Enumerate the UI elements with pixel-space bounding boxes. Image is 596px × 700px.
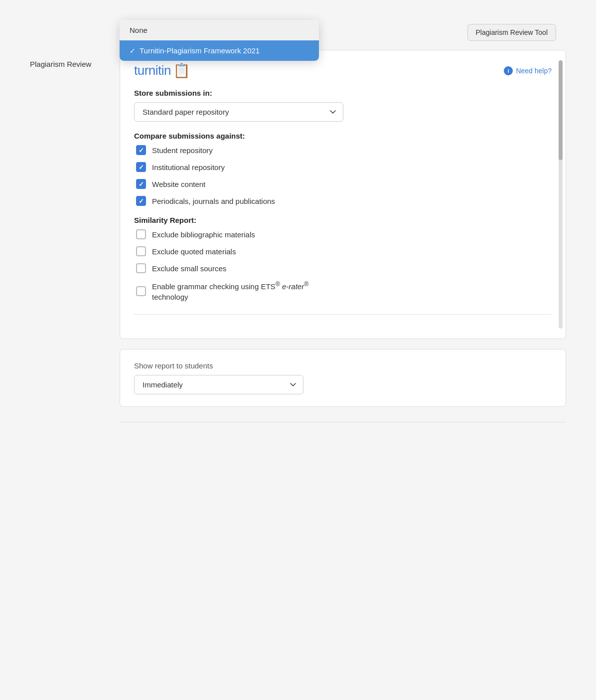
selected-checkmark: ✓ [130,47,136,55]
similarity-label-quoted: Exclude quoted materials [152,247,236,256]
show-report-label: Show report to students [134,361,552,370]
store-submissions-select[interactable]: Standard paper repository [134,102,343,122]
compare-checkbox-group: Student repository Institutional reposit… [134,145,552,206]
show-report-select[interactable]: Immediately After due date After grading… [134,375,303,394]
turnitin-logo-icon: 📋 [173,62,190,79]
bottom-divider [120,422,566,422]
erater-italic: e-rater [282,282,304,291]
compare-item-institutional: Institutional repository [136,162,552,172]
compare-label: Compare submissions against: [134,132,552,140]
compare-label-website: Website content [152,180,205,188]
main-content-area: None ✓ Turnitin-Plagiarism Framework 202… [120,20,566,422]
panel-divider [134,314,552,315]
plagiarism-review-tool-button[interactable]: Plagiarism Review Tool [467,24,556,41]
compare-item-website: Website content [136,179,552,189]
compare-section: Compare submissions against: Student rep… [134,132,552,206]
option-none[interactable]: None [120,20,319,40]
turnitin-option-label: Turnitin-Plagiarism Framework 2021 [140,46,260,55]
turnitin-logo-text: turnitin [134,63,171,78]
similarity-item-grammar: Enable grammar checking using ETS® e-rat… [136,280,552,302]
option-turnitin[interactable]: ✓ Turnitin-Plagiarism Framework 2021 [120,40,319,61]
plagiarism-review-label: Plagiarism Review [30,20,110,68]
turnitin-logo: turnitin 📋 [134,62,190,79]
compare-item-periodicals: Periodicals, journals and publications [136,196,552,206]
scrollbar-thumb[interactable] [559,60,563,160]
checkbox-small[interactable] [136,263,146,273]
similarity-section: Similarity Report: Exclude bibliographic… [134,216,552,302]
show-report-panel: Show report to students Immediately Afte… [120,349,566,407]
similarity-label: Similarity Report: [134,216,552,224]
similarity-item-quoted: Exclude quoted materials [136,246,552,256]
checkbox-student[interactable] [136,145,146,155]
checkbox-institutional[interactable] [136,162,146,172]
compare-item-student: Student repository [136,145,552,155]
turnitin-header: turnitin 📋 i Need help? [134,62,552,79]
similarity-checkbox-group: Exclude bibliographic materials Exclude … [134,229,552,302]
none-option-label: None [130,26,148,34]
similarity-item-bibliographic: Exclude bibliographic materials [136,229,552,239]
compare-label-periodicals: Periodicals, journals and publications [152,197,275,205]
checkbox-periodicals[interactable] [136,196,146,206]
need-help-text: Need help? [516,67,552,75]
info-icon: i [504,66,513,75]
checkbox-grammar[interactable] [136,286,146,296]
compare-label-institutional: Institutional repository [152,163,225,172]
checkbox-quoted[interactable] [136,246,146,256]
ets-sup: ® [276,281,280,288]
erater-sup: ® [304,281,308,288]
store-submissions-label: Store submissions in: [134,89,552,97]
checkbox-bibliographic[interactable] [136,229,146,239]
turnitin-panel: turnitin 📋 i Need help? Store submission… [120,50,566,339]
plagiarism-review-row: Plagiarism Review None ✓ Turnitin-Plagia… [30,20,566,422]
panel-scrollbar[interactable] [559,60,563,329]
similarity-label-grammar: Enable grammar checking using ETS® e-rat… [152,280,308,302]
similarity-label-bibliographic: Exclude bibliographic materials [152,230,255,239]
similarity-item-small: Exclude small sources [136,263,552,273]
checkbox-website[interactable] [136,179,146,189]
similarity-label-small: Exclude small sources [152,264,226,273]
compare-label-student: Student repository [152,146,213,155]
need-help-link[interactable]: i Need help? [504,66,552,75]
framework-dropdown-popup: None ✓ Turnitin-Plagiarism Framework 202… [120,20,319,61]
page-container: Plagiarism Review None ✓ Turnitin-Plagia… [0,0,596,700]
